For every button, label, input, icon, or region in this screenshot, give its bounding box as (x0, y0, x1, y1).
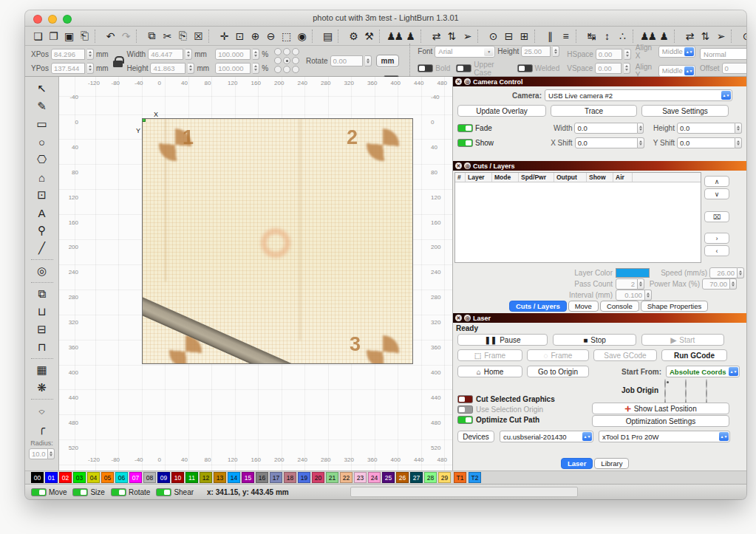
flip-vertical-2-icon[interactable]: ⇅ (697, 28, 712, 44)
layer-column-output[interactable]: Output (554, 173, 587, 182)
mirror-icon[interactable]: ➢ (459, 28, 474, 44)
palette-chip-00[interactable]: 00 (31, 472, 44, 483)
layer-column-layer[interactable]: Layer (466, 173, 492, 182)
tab-laser[interactable]: Laser (561, 458, 593, 469)
group-icon[interactable]: ♟♟ (386, 28, 402, 44)
anchor-dot-6[interactable] (274, 66, 282, 73)
palette-chip-12[interactable]: 12 (200, 472, 212, 483)
nudge-icon[interactable]: ∴ (614, 28, 630, 44)
position-laser-tool-icon[interactable]: ⚲ (33, 222, 52, 239)
anchor-dot-7[interactable] (283, 66, 290, 73)
redo-icon[interactable]: ↷ (118, 28, 133, 44)
size-handle-toggle[interactable] (72, 488, 88, 496)
boolean-intersect-tool-icon[interactable]: ⊓ (33, 338, 52, 356)
pass-count-field[interactable]: 2 (616, 278, 638, 290)
edit-nodes-tool-icon[interactable]: ⊡ (33, 186, 52, 204)
palette-chip-23[interactable]: 23 (354, 472, 367, 483)
power-max-stepper[interactable] (730, 278, 737, 290)
aligny-combo[interactable]: Middle▲▼ (658, 65, 695, 77)
pause-button[interactable]: ❚❚Pause (457, 334, 548, 346)
start-from-combo[interactable]: Absolute Coords▲▼ (666, 366, 740, 377)
anchor-dot-5[interactable] (292, 57, 299, 64)
text-tool-icon[interactable]: A (33, 204, 52, 222)
ypos-field[interactable]: 137.544 (51, 63, 85, 74)
job-origin-radio-2[interactable] (706, 379, 707, 388)
polygon-tool-icon[interactable]: ⎔ (33, 151, 52, 168)
frame-selection-icon[interactable]: ⬚ (278, 28, 293, 44)
anchor-dot-0[interactable] (274, 48, 282, 55)
layer-move-left-button[interactable]: ‹ (704, 245, 729, 256)
palette-chip-29[interactable]: 29 (438, 472, 451, 483)
hspace-field[interactable]: 0.00 (596, 49, 622, 60)
layer-move-down-button[interactable]: ∨ (704, 188, 729, 199)
yshift-field[interactable]: 0.0 (677, 137, 735, 148)
flip-horizontal-2-icon[interactable]: ⇄ (681, 28, 697, 44)
preview-icon[interactable]: ▤ (319, 28, 335, 44)
port-combo[interactable]: cu.usbserial-201430▲▼ (500, 431, 593, 442)
layer-column-mode[interactable]: Mode (492, 173, 519, 182)
pan-icon[interactable]: ✛ (216, 28, 231, 44)
font-height-stepper[interactable] (553, 46, 559, 57)
palette-chip-26[interactable]: 26 (396, 472, 409, 483)
distribute-v-icon[interactable]: ≡ (557, 28, 573, 44)
tab-move[interactable]: Move (568, 301, 599, 312)
job-origin-radio-5[interactable] (706, 388, 707, 398)
xpos-field[interactable]: 84.296 (51, 49, 85, 60)
cut-icon[interactable]: ✂ (159, 28, 174, 44)
rectangle-tool-icon[interactable]: ▭ (33, 115, 52, 133)
ellipse-tool-icon[interactable]: ○ (33, 133, 52, 151)
spacing-h-icon[interactable]: ↹ (583, 28, 599, 44)
update-overlay-button[interactable]: Update Overlay (457, 105, 546, 117)
palette-chip-04[interactable]: 04 (87, 472, 100, 483)
palette-chip-02[interactable]: 02 (59, 472, 72, 483)
pass-count-stepper[interactable] (638, 278, 644, 290)
boolean-subtract-tool-icon[interactable]: ⊟ (33, 321, 52, 338)
radius-stepper[interactable] (48, 448, 55, 459)
layer-table[interactable]: #LayerModeSpd/PwrOutputShowAir (454, 172, 701, 263)
device-settings-icon[interactable]: ⚒ (361, 28, 376, 44)
job-origin-radio-1[interactable] (685, 379, 687, 388)
tab-library[interactable]: Library (594, 458, 629, 469)
device-combo[interactable]: xTool D1 Pro 20W▲▼ (599, 431, 730, 442)
layer-delete-button[interactable]: ⌧ (704, 211, 729, 222)
align-h-centers-icon[interactable]: ⊟ (500, 28, 516, 44)
settings-icon[interactable]: ⚙ (345, 28, 361, 44)
weld-tool-icon[interactable]: ⧉ (33, 285, 52, 303)
upper-case-toggle[interactable] (456, 64, 471, 72)
close-panel-icon[interactable]: ✕ (455, 78, 462, 85)
width-percent-field[interactable]: 100.000 (215, 49, 251, 60)
palette-chip-15[interactable]: 15 (242, 472, 254, 483)
paste-icon[interactable]: ⎘ (174, 28, 190, 44)
xpos-stepper[interactable] (87, 49, 94, 60)
font-height-field[interactable]: 25.00 (521, 46, 551, 57)
zoom-out-icon[interactable]: ⊖ (262, 28, 278, 44)
draw-lines-tool-icon[interactable]: ✎ (33, 97, 52, 115)
font-combo[interactable]: Arial▼ (435, 46, 495, 58)
xshift-field[interactable]: 0.0 (575, 137, 638, 148)
frame-rect-button[interactable]: ⬚Frame (457, 349, 522, 361)
layer-column-spdpwr[interactable]: Spd/Pwr (519, 173, 554, 182)
speed-stepper[interactable] (738, 267, 744, 278)
layer-column-[interactable]: # (455, 173, 466, 182)
cut-selected-toggle[interactable] (457, 395, 473, 403)
job-origin-radio-4[interactable] (685, 388, 687, 398)
anchor-dot-3[interactable] (274, 57, 282, 64)
job-origin-radio-0[interactable] (664, 379, 666, 388)
layer-column-air[interactable]: Air (613, 173, 633, 182)
ungroup-icon[interactable]: ♟ (402, 28, 418, 44)
rotate-stepper[interactable] (365, 55, 372, 66)
palette-chip-08[interactable]: 08 (143, 472, 156, 483)
palette-chip-16[interactable]: 16 (256, 472, 268, 483)
cam-height-stepper[interactable] (735, 123, 742, 134)
open-file-icon[interactable]: ❐ (45, 28, 61, 44)
save-file-icon[interactable]: ▣ (61, 28, 76, 44)
distribute-h-icon[interactable]: ∥ (542, 28, 557, 44)
delete-icon[interactable]: ☒ (190, 28, 205, 44)
yshift-stepper[interactable] (735, 137, 742, 148)
close-panel-icon[interactable]: ✕ (455, 315, 462, 321)
height-percent-stepper[interactable] (253, 63, 259, 74)
move-to-origin-icon[interactable]: ⊙ (738, 28, 746, 44)
fade-toggle[interactable] (457, 124, 473, 132)
ungroup-2-icon[interactable]: ♟ (655, 28, 671, 44)
shear-handle-toggle[interactable] (156, 488, 171, 496)
